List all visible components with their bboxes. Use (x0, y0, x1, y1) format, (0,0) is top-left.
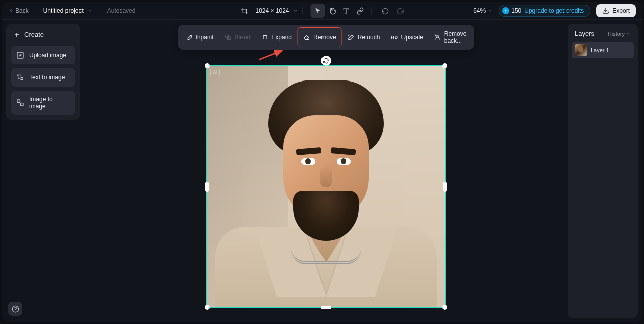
expand-icon (261, 34, 268, 41)
action-label: Remove (313, 34, 336, 41)
upscale-button[interactable]: HD Upscale (386, 27, 428, 47)
chevron-down-icon (626, 31, 631, 36)
layers-title: Layers (575, 30, 594, 37)
divider (100, 7, 100, 15)
svg-line-11 (259, 51, 282, 60)
resize-handle-sw[interactable] (205, 305, 210, 310)
action-bar: Inpaint Blend Expand Remove Retouch (178, 25, 474, 50)
top-bar: Back Untitled project Autosaved 1024 × 1… (2, 2, 642, 20)
zoom-selector[interactable]: 64% (473, 7, 493, 14)
back-button[interactable]: Back (8, 7, 29, 14)
zoom-text: 64% (473, 7, 486, 14)
dimensions-text: 1024 × 1024 (255, 7, 289, 14)
portrait-image: AI (207, 66, 445, 307)
image-to-image-icon (16, 99, 24, 107)
project-title[interactable]: Untitled project (43, 7, 93, 14)
upload-icon (16, 51, 24, 59)
inpaint-icon (186, 34, 193, 41)
option-label: Image to image (29, 96, 70, 110)
sync-badge[interactable] (321, 56, 331, 66)
action-label: Upscale (401, 34, 423, 41)
ai-badge: AI (210, 69, 220, 76)
refresh-icon (323, 58, 329, 64)
redo-button[interactable] (394, 4, 407, 17)
cursor-icon (314, 7, 321, 15)
link-icon (356, 7, 364, 15)
credits-pill[interactable]: 150 Upgrade to get credits (499, 5, 590, 17)
resize-handle-nw[interactable] (205, 63, 210, 68)
text-tool[interactable] (339, 4, 353, 18)
resize-handle-w[interactable] (205, 182, 209, 192)
export-label: Export (612, 7, 630, 14)
remove-button[interactable]: Remove (298, 27, 342, 47)
credit-icon (502, 7, 509, 14)
project-title-text: Untitled project (43, 7, 84, 14)
create-header-text: Create (24, 31, 44, 38)
export-button[interactable]: Export (596, 4, 636, 17)
eraser-icon (303, 34, 310, 41)
credits-count: 150 (511, 7, 521, 14)
plus-icon (13, 31, 20, 38)
remove-background-button[interactable]: Remove back... (429, 27, 472, 47)
crop-tool[interactable] (237, 4, 251, 18)
upgrade-link: Upgrade to get credits (524, 7, 584, 14)
hand-icon (328, 7, 336, 15)
layers-panel: Layers History Layer 1 (568, 24, 638, 318)
expand-button[interactable]: Expand (256, 27, 297, 47)
history-label: History (608, 31, 625, 37)
inpaint-button[interactable]: Inpaint (181, 27, 219, 47)
create-header: Create (11, 29, 75, 42)
help-icon (12, 305, 19, 313)
layer-label: Layer 1 (591, 47, 609, 53)
layer-item[interactable]: Layer 1 (572, 42, 634, 58)
text-icon (342, 7, 350, 15)
action-label: Blend (235, 34, 251, 41)
redo-icon (396, 7, 404, 15)
hand-tool[interactable] (325, 4, 339, 18)
upload-image-button[interactable]: Upload image (11, 46, 75, 64)
undo-icon (381, 7, 389, 15)
option-label: Upload image (29, 52, 66, 59)
remove-bg-icon (434, 34, 441, 41)
svg-point-9 (437, 35, 439, 37)
dimensions-selector[interactable]: 1024 × 1024 (255, 7, 298, 14)
action-label: Retouch (358, 34, 380, 41)
selected-image[interactable]: AI (206, 65, 446, 308)
chevron-down-icon (293, 8, 298, 13)
retouch-icon (348, 34, 355, 41)
blend-icon (225, 34, 232, 41)
action-label: Inpaint (196, 34, 214, 41)
chevron-down-icon (488, 8, 493, 13)
autosaved-label: Autosaved (107, 7, 136, 14)
action-label: Remove back... (444, 30, 467, 44)
option-label: Text to image (29, 74, 65, 81)
link-tool[interactable] (353, 4, 367, 18)
divider (302, 7, 303, 15)
back-label: Back (15, 7, 29, 14)
chevron-down-icon (88, 8, 93, 13)
canvas-area[interactable]: Inpaint Blend Expand Remove Retouch (85, 20, 568, 322)
history-button[interactable]: History (608, 31, 631, 37)
svg-rect-8 (263, 36, 267, 39)
resize-handle-ne[interactable] (442, 63, 447, 68)
undo-button[interactable] (379, 4, 392, 17)
cursor-tool[interactable] (311, 4, 325, 18)
help-button[interactable] (8, 302, 22, 316)
annotation-arrow (257, 49, 287, 62)
create-panel: Create Upload image Text to image Image … (6, 24, 80, 120)
blend-button: Blend (220, 27, 256, 47)
svg-rect-4 (17, 100, 20, 102)
text-to-image-button[interactable]: Text to image (11, 68, 75, 87)
divider (371, 7, 372, 15)
svg-rect-5 (21, 103, 23, 106)
resize-handle-e[interactable] (443, 182, 447, 192)
crop-icon (240, 7, 248, 15)
divider (36, 7, 36, 15)
chevron-left-icon (8, 8, 14, 14)
hd-icon: HD (391, 34, 398, 41)
retouch-button[interactable]: Retouch (343, 27, 385, 47)
image-to-image-button[interactable]: Image to image (11, 91, 75, 115)
resize-handle-se[interactable] (442, 305, 447, 310)
layer-thumbnail (575, 44, 587, 56)
resize-handle-s[interactable] (321, 306, 331, 309)
